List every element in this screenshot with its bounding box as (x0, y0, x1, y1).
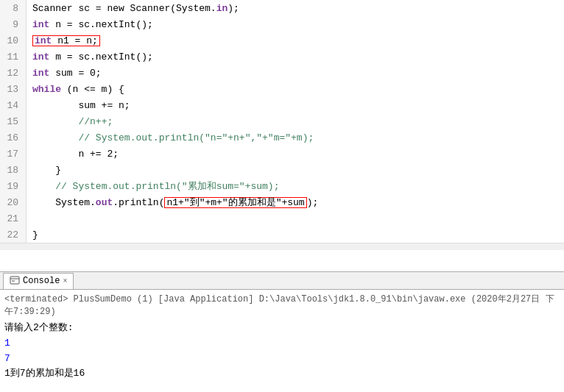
token: m = sc.nextInt(); (49, 51, 152, 63)
console-output-line: 1到7的累加和是16 (4, 366, 560, 382)
console-icon (10, 276, 20, 286)
token: out (96, 197, 113, 208)
line-content: int n = sc.nextInt(); (27, 19, 153, 30)
horizontal-scrollbar[interactable] (0, 243, 564, 250)
token: System. (32, 197, 96, 208)
token (32, 132, 78, 143)
console-tab-bar: Console × (0, 272, 564, 290)
line-number: 12 (0, 65, 27, 81)
line-number: 14 (0, 97, 27, 113)
token: int (35, 35, 52, 46)
line-content: sum += n; (27, 100, 130, 111)
svg-rect-0 (10, 277, 19, 284)
line-number: 10 (0, 32, 27, 49)
token: while (32, 84, 61, 95)
token: n += 2; (32, 149, 119, 160)
token: sum += n; (32, 100, 130, 111)
line-content: // System.out.println("n="+n+","+"m="+m)… (27, 132, 314, 143)
token: } (32, 165, 61, 176)
code-line-19: 19 // System.out.println("累加和sum="+sum); (0, 178, 564, 194)
token: ); (307, 197, 319, 208)
token: Scanner sc = new Scanner(System. (32, 3, 216, 14)
token: n = sc.nextInt(); (49, 19, 152, 30)
line-content: int n1 = n; (27, 35, 100, 46)
terminated-line: <terminated> PlusSumDemo (1) [Java Appli… (4, 293, 560, 318)
token: ); (228, 3, 239, 14)
code-editor: 8Scanner sc = new Scanner(System.in);9in… (0, 0, 564, 272)
line-number: 9 (0, 16, 27, 32)
code-line-17: 17 n += 2; (0, 146, 564, 162)
line-content: Scanner sc = new Scanner(System.in); (27, 3, 239, 14)
console-output-line: 请输入2个整数: (4, 321, 560, 336)
console-content: <terminated> PlusSumDemo (1) [Java Appli… (0, 290, 564, 392)
token: // System.out.println("n="+n+","+"m="+m)… (78, 132, 314, 143)
line-number: 8 (0, 0, 27, 16)
console-tab[interactable]: Console × (3, 273, 74, 289)
line-content: int sum = 0; (27, 68, 102, 79)
token: // System.out.println("累加和sum="+sum); (55, 179, 279, 193)
code-line-11: 11int m = sc.nextInt(); (0, 49, 564, 65)
line-content: int m = sc.nextInt(); (27, 51, 153, 63)
line-number: 18 (0, 162, 27, 178)
line-number: 16 (0, 129, 27, 146)
code-line-10: 10int n1 = n; (0, 32, 564, 49)
token: in (216, 3, 228, 14)
code-line-22: 22} (0, 227, 564, 243)
line-content: n += 2; (27, 149, 119, 160)
code-line-15: 15 //n++; (0, 113, 564, 129)
token: //n++; (78, 116, 113, 127)
code-line-13: 13while (n <= m) { (0, 81, 564, 97)
line-content: } (27, 165, 61, 176)
console-panel: Console × <terminated> PlusSumDemo (1) [… (0, 272, 564, 392)
console-output: 请输入2个整数:171到7的累加和是16 (4, 321, 560, 382)
console-output-line: 7 (4, 352, 560, 367)
token: sum = 0; (49, 68, 101, 79)
line-number: 17 (0, 146, 27, 162)
token: .println( (113, 197, 164, 208)
line-content: while (n <= m) { (27, 84, 124, 95)
code-line-16: 16 // System.out.println("n="+n+","+"m="… (0, 129, 564, 146)
line-number: 20 (0, 194, 27, 210)
token (32, 116, 78, 127)
token: int (32, 68, 49, 79)
token: } (32, 229, 38, 240)
code-line-12: 12int sum = 0; (0, 65, 564, 81)
code-line-20: 20 System.out.println(n1+"到"+m+"的累加和是"+s… (0, 194, 564, 210)
code-line-8: 8Scanner sc = new Scanner(System.in); (0, 0, 564, 16)
console-close-button[interactable]: × (63, 277, 67, 285)
line-number: 13 (0, 81, 27, 97)
token: (n <= m) { (61, 84, 124, 95)
code-line-14: 14 sum += n; (0, 97, 564, 113)
token: n1+"到"+m+"的累加和是"+sum (166, 197, 304, 208)
line-content: //n++; (27, 116, 113, 127)
line-number: 11 (0, 49, 27, 65)
line-content: // System.out.println("累加和sum="+sum); (27, 179, 279, 193)
console-output-line: 1 (4, 336, 560, 352)
token: int (32, 51, 49, 63)
console-tab-label: Console (23, 276, 60, 286)
line-number: 21 (0, 210, 27, 227)
highlight-box: int n1 = n; (32, 35, 100, 46)
line-number: 22 (0, 227, 27, 243)
code-line-21: 21 (0, 210, 564, 227)
line-content: } (27, 229, 38, 240)
code-line-9: 9int n = sc.nextInt(); (0, 16, 564, 32)
line-number: 15 (0, 113, 27, 129)
line-number: 19 (0, 178, 27, 194)
highlight-box-20: n1+"到"+m+"的累加和是"+sum (164, 197, 306, 208)
token: n1 = n; (52, 35, 97, 46)
code-line-18: 18 } (0, 162, 564, 178)
code-lines: 8Scanner sc = new Scanner(System.in);9in… (0, 0, 564, 243)
token: int (32, 19, 49, 30)
line-content: System.out.println(n1+"到"+m+"的累加和是"+sum)… (27, 197, 318, 208)
token (32, 181, 55, 192)
